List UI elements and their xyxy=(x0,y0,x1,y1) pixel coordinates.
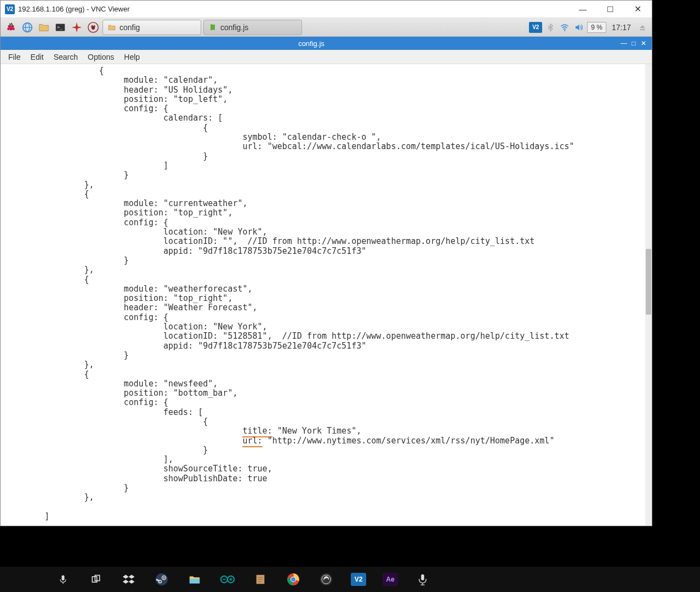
taskbar-task-editor[interactable]: config.js xyxy=(203,20,302,35)
remote-desktop: >_ config config.js V2 xyxy=(1,18,652,526)
menu-edit[interactable]: Edit xyxy=(26,51,48,63)
svg-point-2 xyxy=(9,27,13,31)
task-label: config xyxy=(119,23,140,32)
svg-point-17 xyxy=(163,577,165,579)
svg-rect-34 xyxy=(421,574,424,580)
svg-text:>_: >_ xyxy=(58,24,62,29)
after-effects-icon[interactable]: Ae xyxy=(383,573,398,586)
menu-file[interactable]: File xyxy=(4,51,25,63)
mathematica-icon[interactable] xyxy=(70,20,84,35)
editor-titlebar[interactable]: config.js — □ ✕ xyxy=(1,37,652,50)
editor-title: config.js xyxy=(4,39,619,48)
editor-close-button[interactable]: ✕ xyxy=(639,39,648,47)
svg-rect-19 xyxy=(190,579,200,583)
file-manager-icon[interactable] xyxy=(37,20,51,35)
browser-icon[interactable] xyxy=(20,20,35,35)
arduino-icon[interactable] xyxy=(219,571,236,588)
svg-point-3 xyxy=(7,27,10,30)
wifi-icon[interactable] xyxy=(559,21,571,33)
vnc-viewer-taskbar-icon[interactable]: V2 xyxy=(351,573,366,586)
mic-icon[interactable] xyxy=(55,571,71,588)
code-text-area[interactable]: { module: "calendar", header: "US Holida… xyxy=(1,64,645,526)
svg-point-1 xyxy=(11,25,14,28)
leafpad-icon xyxy=(208,23,217,32)
vertical-scrollbar[interactable] xyxy=(645,64,652,526)
editor-menubar: File Edit Search Options Help xyxy=(1,50,652,64)
audio-app-icon[interactable] xyxy=(414,571,431,588)
menu-help[interactable]: Help xyxy=(119,51,144,63)
steam-icon[interactable] xyxy=(153,571,170,588)
bluetooth-icon[interactable] xyxy=(544,21,556,33)
wolfram-icon[interactable] xyxy=(86,20,100,35)
svg-point-31 xyxy=(291,577,295,582)
vnc-titlebar[interactable]: V2 192.168.1.106 (greg) - VNC Viewer — ☐… xyxy=(1,1,652,18)
clock[interactable]: 17:17 xyxy=(608,23,634,32)
svg-point-11 xyxy=(564,30,565,31)
editor-body: { module: "calendar", header: "US Holida… xyxy=(1,64,652,526)
volume-icon[interactable] xyxy=(573,21,585,33)
minimize-button[interactable]: — xyxy=(575,3,590,16)
raspberry-menu-icon[interactable] xyxy=(4,20,18,35)
svg-point-4 xyxy=(12,27,15,30)
terminal-icon[interactable]: >_ xyxy=(53,20,67,35)
vnc-viewer-window: V2 192.168.1.106 (greg) - VNC Viewer — ☐… xyxy=(0,0,652,526)
dropbox-icon[interactable] xyxy=(121,571,137,588)
eject-icon[interactable] xyxy=(636,21,648,33)
close-button[interactable]: ✕ xyxy=(630,3,645,16)
menu-search[interactable]: Search xyxy=(49,51,82,63)
maximize-button[interactable]: ☐ xyxy=(602,3,618,16)
vnc-app-icon: V2 xyxy=(5,4,15,14)
editor-minimize-button[interactable]: — xyxy=(619,39,629,47)
vnc-tray-icon[interactable]: V2 xyxy=(529,22,542,33)
task-panel: >_ config config.js V2 xyxy=(1,18,652,37)
taskbar-task-filemanager[interactable]: config xyxy=(103,20,201,35)
menu-options[interactable]: Options xyxy=(83,51,118,63)
task-view-icon[interactable] xyxy=(88,571,104,588)
folder-icon xyxy=(107,23,116,32)
text-editor-window: config.js — □ ✕ File Edit Search Options… xyxy=(1,37,652,526)
obs-icon[interactable] xyxy=(318,571,334,588)
battery-indicator[interactable]: 9 % xyxy=(587,22,606,33)
svg-rect-12 xyxy=(62,576,65,580)
scroll-thumb[interactable] xyxy=(646,249,651,315)
file-explorer-icon[interactable] xyxy=(186,571,203,588)
notes-icon[interactable] xyxy=(252,571,269,588)
chrome-icon[interactable] xyxy=(285,571,301,588)
windows-taskbar: V2 Ae xyxy=(0,567,700,592)
task-label: config.js xyxy=(220,23,248,32)
editor-maximize-button[interactable]: □ xyxy=(629,39,639,47)
vnc-window-title: 192.168.1.106 (greg) - VNC Viewer xyxy=(18,5,575,13)
